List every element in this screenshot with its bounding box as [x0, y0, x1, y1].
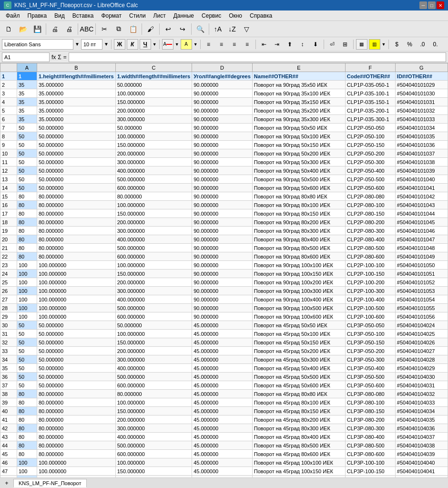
cell-21-G[interactable]: #504040101048: [395, 244, 448, 252]
cell-15-G[interactable]: #504040101042: [395, 192, 448, 201]
cell-20-A[interactable]: 80: [17, 235, 37, 244]
cell-34-B[interactable]: 50.000000: [37, 355, 116, 364]
row-num-3[interactable]: 3: [0, 89, 17, 98]
cell-47-E[interactable]: Поворот на 45град 100x150 ИЕК: [252, 467, 345, 476]
cell-48-B[interactable]: 100.000000: [37, 476, 116, 478]
cell-17-B[interactable]: 80.000000: [37, 209, 116, 218]
cell-10-B[interactable]: 50.000000: [37, 149, 116, 158]
row-num-39[interactable]: 39: [0, 398, 17, 407]
cell-22-B[interactable]: 80.000000: [37, 252, 116, 261]
cell-6-D[interactable]: 90.000000: [192, 115, 253, 124]
cell-34-A[interactable]: 50: [17, 355, 37, 364]
cell-25-F[interactable]: CLP2P-100-200: [345, 278, 395, 287]
cell-21-B[interactable]: 80.000000: [37, 244, 116, 252]
cell-7-F[interactable]: CLP2P-050-050: [345, 124, 395, 132]
decimal-add-button[interactable]: .0: [417, 39, 428, 50]
row-num-1[interactable]: 1: [0, 72, 17, 81]
row-num-37[interactable]: 37: [0, 381, 17, 390]
cell-38-B[interactable]: 80.000000: [37, 390, 116, 398]
cell-24-E[interactable]: Поворот на 90град 100x150 ИЕК: [252, 270, 345, 278]
cell-4-E[interactable]: Поворот на 90град 35x150 ИЕК: [252, 98, 345, 106]
cell-17-C[interactable]: 150.000000: [115, 209, 192, 218]
print-button[interactable]: 🖨: [62, 22, 76, 36]
cell-15-F[interactable]: CLP2P-080-080: [345, 192, 395, 201]
cell-40-A[interactable]: 80: [17, 407, 37, 415]
cell-34-F[interactable]: CLP3P-050-300: [345, 355, 395, 364]
cell-31-B[interactable]: 50.000000: [37, 330, 116, 338]
cell-19-E[interactable]: Поворот на 90град 80x300 ИЕК: [252, 227, 345, 235]
cell-3-E[interactable]: Поворот на 90град 35x100 ИЕК: [252, 89, 345, 98]
number-format-button[interactable]: $: [391, 39, 403, 50]
cell-48-A[interactable]: 100: [17, 476, 37, 478]
col-header-G[interactable]: G: [395, 63, 448, 72]
bg-color-button[interactable]: ▥: [369, 39, 380, 50]
row-num-40[interactable]: 40: [0, 407, 17, 415]
cell-22-F[interactable]: CLP2P-080-600: [345, 252, 395, 261]
cell-9-A[interactable]: 50: [17, 141, 37, 149]
cell-38-E[interactable]: Поворот на 45град 80x80 ИЕК: [252, 390, 345, 398]
cell-16-A[interactable]: 80: [17, 201, 37, 209]
border-button[interactable]: ▦: [356, 39, 367, 50]
row-num-42[interactable]: 42: [0, 424, 17, 433]
paste-button[interactable]: 📋: [126, 22, 140, 36]
cell-35-E[interactable]: Поворот на 45град 50x400 ИЕК: [252, 364, 345, 373]
row-num-12[interactable]: 12: [0, 166, 17, 175]
row-num-8[interactable]: 8: [0, 132, 17, 141]
cell-28-E[interactable]: Поворот на 90град 100x500 ИЕК: [252, 304, 345, 312]
cell-43-G[interactable]: #504040104037: [395, 433, 448, 441]
cell-24-B[interactable]: 100.000000: [37, 270, 116, 278]
cell-36-C[interactable]: 500.000000: [115, 373, 192, 381]
cell-13-C[interactable]: 500.000000: [115, 175, 192, 184]
cell-13-E[interactable]: Поворот на 90град 50x500 ИЕК: [252, 175, 345, 184]
cell-23-G[interactable]: #504040101050: [395, 261, 448, 270]
cell-4-C[interactable]: 150.000000: [115, 98, 192, 106]
row-num-15[interactable]: 15: [0, 192, 17, 201]
cell-24-F[interactable]: CLP2P-100-150: [345, 270, 395, 278]
cell-14-G[interactable]: #504040101041: [395, 184, 448, 192]
cell-34-G[interactable]: #504040104028: [395, 355, 448, 364]
sort-desc-button[interactable]: ↓Z: [225, 22, 239, 36]
cell-33-B[interactable]: 50.000000: [37, 347, 116, 355]
decimal-remove-button[interactable]: 0.: [430, 39, 441, 50]
cell-23-D[interactable]: 90.000000: [192, 261, 253, 270]
menu-item-файл[interactable]: Файл: [2, 11, 24, 20]
cell-44-C[interactable]: 500.000000: [115, 441, 192, 450]
cell-3-C[interactable]: 100.000000: [115, 89, 192, 98]
row-num-7[interactable]: 7: [0, 124, 17, 132]
cell-26-F[interactable]: CLP2P-100-300: [345, 287, 395, 295]
highlight-color-button[interactable]: A: [181, 39, 192, 50]
cut-button[interactable]: ✂: [98, 22, 111, 36]
cell-47-G[interactable]: #504040104041: [395, 467, 448, 476]
cell-17-E[interactable]: Поворот на 90град 80x150 ИЕК: [252, 209, 345, 218]
cell-15-E[interactable]: Поворот на 90град 80x80 ИЕК: [252, 192, 345, 201]
cell-38-D[interactable]: 45.000000: [192, 390, 253, 398]
menu-item-данные[interactable]: Данные: [170, 11, 198, 20]
cell-34-E[interactable]: Поворот на 45град 50x300 ИЕК: [252, 355, 345, 364]
cell-38-A[interactable]: 80: [17, 390, 37, 398]
cell-22-E[interactable]: Поворот на 90град 80x600 ИЕК: [252, 252, 345, 261]
cell-3-A[interactable]: 35: [17, 89, 37, 98]
cell-30-A[interactable]: 50: [17, 321, 37, 330]
cell-7-C[interactable]: 50.000000: [115, 124, 192, 132]
row-num-25[interactable]: 25: [0, 278, 17, 287]
font-color-dropdown[interactable]: ▼: [175, 42, 179, 47]
row-num-18[interactable]: 18: [0, 218, 17, 227]
cell-45-C[interactable]: 600.000000: [115, 450, 192, 458]
cell-24-C[interactable]: 150.000000: [115, 270, 192, 278]
print-preview-button[interactable]: 🖨: [48, 22, 61, 36]
maximize-button[interactable]: □: [428, 1, 436, 9]
cell-8-F[interactable]: CLP2P-050-100: [345, 132, 395, 141]
cell-25-G[interactable]: #504040101052: [395, 278, 448, 287]
cell-34-C[interactable]: 300.000000: [115, 355, 192, 364]
cell-14-B[interactable]: 50.000000: [37, 184, 116, 192]
cell-45-F[interactable]: CLP3P-080-600: [345, 450, 395, 458]
cell-19-G[interactable]: #504040101046: [395, 227, 448, 235]
cell-21-E[interactable]: Поворот на 90град 80x500 ИЕК: [252, 244, 345, 252]
cell-35-F[interactable]: CLP3P-050-400: [345, 364, 395, 373]
cell-9-C[interactable]: 150.000000: [115, 141, 192, 149]
font-size-input[interactable]: [81, 39, 102, 50]
minimize-button[interactable]: ─: [419, 1, 427, 9]
cell-36-F[interactable]: CLP3P-050-500: [345, 373, 395, 381]
cell-10-E[interactable]: Поворот на 90град 50x200 ИЕК: [252, 149, 345, 158]
cell-24-A[interactable]: 100: [17, 270, 37, 278]
